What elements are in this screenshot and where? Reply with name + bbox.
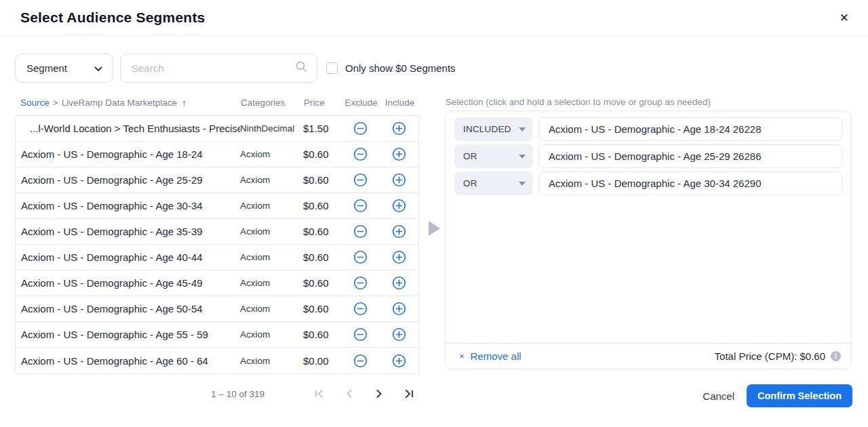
segment-price: $0.60 (303, 174, 341, 186)
next-page-icon[interactable] (373, 388, 385, 400)
segment-price: $0.60 (303, 277, 341, 289)
segment-name: ...l-World Location > Tech Enthusiasts -… (16, 123, 240, 134)
checkbox-label: Only show $0 Segments (345, 62, 456, 74)
include-icon[interactable] (392, 147, 406, 161)
search-input[interactable]: Search (120, 54, 317, 83)
exclude-icon[interactable] (353, 121, 368, 136)
table-row[interactable]: Acxiom - US - Demographic - Age 45-49 Ac… (16, 270, 418, 296)
breadcrumb-separator: > (53, 98, 58, 108)
selection-item[interactable]: OR Acxiom - US - Demographic - Age 30-34… (454, 171, 842, 195)
table-row[interactable]: Acxiom - US - Demographic - Age 55 - 59 … (16, 322, 418, 348)
segment-name: Acxiom - US - Demographic - Age 55 - 59 (16, 329, 240, 340)
exclude-icon[interactable] (353, 224, 368, 239)
first-page-icon[interactable] (313, 388, 326, 400)
last-page-icon[interactable] (403, 388, 415, 400)
selected-segment[interactable]: Acxiom - US - Demographic - Age 18-24 26… (538, 117, 842, 141)
segment-name: Acxiom - US - Demographic - Age 50-54 (16, 303, 240, 314)
move-to-selection-arrow-icon[interactable] (429, 221, 440, 236)
segment-category: Acxiom (240, 226, 303, 237)
table-row[interactable]: Acxiom - US - Demographic - Age 18-24 Ac… (16, 142, 418, 167)
breadcrumb-current[interactable]: LiveRamp Data Marketplace (62, 98, 177, 108)
only-zero-segments-checkbox[interactable]: Only show $0 Segments (326, 62, 456, 74)
caret-down-icon (519, 182, 526, 186)
exclude-icon[interactable] (353, 250, 368, 264)
remove-all-button[interactable]: × Remove all (459, 350, 521, 362)
segment-category: NinthDecimal (240, 123, 303, 134)
total-price: Total Price (CPM): $0.60 i (715, 350, 841, 362)
segments-table-area: Source > LiveRamp Data Marketplace ↑ Cat… (15, 95, 419, 374)
info-icon[interactable]: i (831, 351, 841, 361)
exclude-icon[interactable] (353, 327, 368, 342)
segment-name: Acxiom - US - Demographic - Age 35-39 (16, 226, 240, 237)
selection-item[interactable]: OR Acxiom - US - Demographic - Age 25-29… (454, 144, 842, 168)
page-title: Select Audience Segments (20, 9, 205, 26)
segment-category: Acxiom (240, 278, 303, 288)
column-header-categories: Categories (241, 98, 304, 108)
breadcrumb: Source > LiveRamp Data Marketplace ↑ (15, 98, 241, 108)
chevron-down-icon (94, 62, 102, 74)
exclude-icon[interactable] (353, 147, 368, 161)
cancel-button[interactable]: Cancel (703, 384, 734, 407)
segment-price: $1.50 (303, 123, 341, 134)
segment-price: $0.60 (303, 303, 341, 314)
operator-select[interactable]: INCLUDED (454, 117, 533, 141)
table-row[interactable]: Acxiom - US - Demographic - Age 35-39 Ac… (16, 219, 418, 245)
selection-panel: INCLUDED Acxiom - US - Demographic - Age… (445, 110, 852, 369)
table-row[interactable]: ...l-World Location > Tech Enthusiasts -… (16, 116, 418, 142)
confirm-selection-button[interactable]: Confirm Selection (747, 384, 852, 407)
segment-category: Acxiom (240, 201, 303, 211)
table-row[interactable]: Acxiom - US - Demographic - Age 60 - 64 … (16, 348, 418, 373)
segment-category: Acxiom (240, 252, 303, 262)
checkbox-icon[interactable] (326, 62, 338, 74)
operator-select[interactable]: OR (454, 171, 533, 195)
selection-items: INCLUDED Acxiom - US - Demographic - Age… (446, 111, 851, 205)
segment-category: Acxiom (240, 149, 303, 159)
selected-segment[interactable]: Acxiom - US - Demographic - Age 25-29 26… (538, 144, 842, 168)
pagination: 1 – 10 of 319 (15, 388, 419, 400)
exclude-icon[interactable] (353, 199, 368, 213)
include-icon[interactable] (392, 199, 406, 213)
table-row[interactable]: Acxiom - US - Demographic - Age 50-54 Ac… (16, 296, 418, 322)
table-row[interactable]: Acxiom - US - Demographic - Age 25-29 Ac… (16, 167, 418, 193)
exclude-icon[interactable] (353, 302, 368, 316)
segment-type-select-value: Segment (26, 62, 67, 74)
table-row[interactable]: Acxiom - US - Demographic - Age 30-34 Ac… (16, 193, 418, 219)
include-icon[interactable] (392, 121, 406, 136)
breadcrumb-source-link[interactable]: Source (20, 98, 50, 108)
segment-category: Acxiom (240, 329, 303, 340)
include-icon[interactable] (392, 173, 406, 187)
selected-segment[interactable]: Acxiom - US - Demographic - Age 30-34 26… (538, 171, 842, 195)
sort-ascending-icon[interactable]: ↑ (182, 98, 186, 108)
include-icon[interactable] (392, 250, 406, 264)
remove-all-label: Remove all (471, 350, 521, 362)
column-header-price: Price (304, 98, 342, 108)
exclude-icon[interactable] (353, 276, 368, 290)
segment-type-select[interactable]: Segment (15, 54, 113, 83)
exclude-icon[interactable] (353, 354, 368, 368)
segment-name: Acxiom - US - Demographic - Age 40-44 (16, 251, 240, 263)
segment-price: $0.60 (303, 200, 341, 211)
column-header-include: Include (380, 98, 419, 108)
include-icon[interactable] (392, 327, 406, 342)
previous-page-icon[interactable] (343, 388, 355, 400)
segment-price: $0.60 (303, 251, 341, 263)
selection-item[interactable]: INCLUDED Acxiom - US - Demographic - Age… (454, 117, 842, 141)
close-icon[interactable]: ✕ (840, 12, 849, 24)
segment-price: $0.60 (303, 148, 341, 160)
caret-down-icon (519, 127, 526, 131)
include-icon[interactable] (392, 354, 406, 368)
search-icon (295, 60, 308, 76)
operator-value: OR (463, 178, 477, 188)
operator-value: INCLUDED (463, 124, 511, 134)
segment-category: Acxiom (240, 356, 303, 366)
include-icon[interactable] (392, 224, 406, 239)
pagination-range-label: 1 – 10 of 319 (211, 389, 264, 399)
selection-panel-label: Selection (click and hold a selection to… (446, 97, 711, 107)
exclude-icon[interactable] (353, 173, 368, 187)
include-icon[interactable] (392, 302, 406, 316)
total-price-label: Total Price (CPM): $0.60 (715, 350, 825, 362)
table-header-row: Source > LiveRamp Data Marketplace ↑ Cat… (15, 95, 419, 110)
include-icon[interactable] (392, 276, 406, 290)
operator-select[interactable]: OR (454, 144, 533, 168)
table-row[interactable]: Acxiom - US - Demographic - Age 40-44 Ac… (16, 245, 418, 270)
